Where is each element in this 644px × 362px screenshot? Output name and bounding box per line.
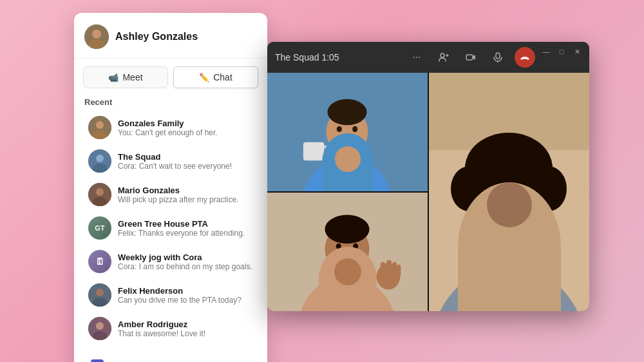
- user-name: Ashley Gonzales: [115, 31, 198, 43]
- recent-label: Recent: [74, 88, 267, 111]
- contact-info: Green Tree House PTA Felix: Thanks every…: [118, 219, 245, 238]
- video-grid: [267, 73, 589, 311]
- svg-point-64: [521, 186, 524, 189]
- contact-info: Felix Henderson Can you drive me to the …: [118, 286, 242, 305]
- svg-point-59: [480, 137, 538, 176]
- svg-point-65: [505, 233, 513, 241]
- svg-rect-35: [267, 193, 428, 311]
- svg-point-66: [480, 195, 496, 205]
- svg-rect-46: [392, 262, 397, 276]
- avatar: [88, 183, 111, 206]
- svg-point-41: [336, 243, 341, 249]
- contact-info: Gonzales Family You: Can't get enough of…: [118, 119, 218, 137]
- microphone-button[interactable]: [488, 47, 508, 68]
- svg-rect-44: [386, 260, 392, 278]
- user-avatar: [84, 24, 109, 49]
- titlebar-controls: ···: [406, 47, 582, 68]
- svg-rect-47: [397, 265, 401, 276]
- svg-point-61: [492, 184, 501, 194]
- svg-rect-37: [339, 257, 355, 275]
- svg-point-30: [328, 99, 367, 126]
- maximize-button[interactable]: □: [557, 47, 566, 56]
- video-cell-top-left: [267, 73, 428, 191]
- avatar: [88, 283, 111, 307]
- meet-icon: 📹: [108, 73, 118, 82]
- avatar: [88, 317, 111, 340]
- contact-list: Gonzales Family You: Can't get enough of…: [74, 111, 267, 345]
- minimize-button[interactable]: —: [542, 47, 551, 56]
- avatar: [88, 116, 111, 139]
- open-teams-button[interactable]: T Open Microsoft Teams: [84, 353, 199, 362]
- svg-point-42: [353, 243, 358, 249]
- list-item[interactable]: Mario Gonzales Will pick up pizza after …: [78, 178, 263, 211]
- svg-point-40: [336, 255, 359, 265]
- svg-point-34: [352, 126, 357, 132]
- svg-point-20: [440, 53, 444, 57]
- svg-point-39: [325, 215, 369, 244]
- avatar: GT: [88, 216, 111, 240]
- svg-rect-23: [466, 55, 473, 60]
- svg-point-10: [96, 188, 104, 196]
- teams-logo-icon: T: [91, 359, 104, 362]
- video-cell-large-right: [429, 73, 589, 311]
- list-item[interactable]: Amber Rodriguez That is awesome! Love it…: [78, 312, 263, 345]
- svg-point-1: [92, 30, 101, 39]
- avatar: 🗓: [88, 250, 111, 273]
- meet-tab[interactable]: 📹 Meet: [83, 66, 168, 88]
- svg-point-60: [497, 200, 520, 213]
- video-toggle-button[interactable]: [460, 47, 481, 68]
- avatar: [88, 149, 111, 173]
- close-button[interactable]: ✕: [573, 47, 582, 56]
- svg-point-51: [473, 240, 544, 279]
- svg-point-67: [522, 195, 537, 205]
- list-item[interactable]: Gonzales Family You: Can't get enough of…: [78, 111, 263, 144]
- video-titlebar: The Squad 1:05 ···: [267, 42, 589, 73]
- svg-point-62: [516, 184, 526, 194]
- svg-point-63: [497, 186, 500, 189]
- video-cell-bottom-left: [267, 193, 428, 311]
- contact-info: The Squad Cora: Can't wait to see everyo…: [118, 152, 232, 171]
- more-options-button[interactable]: ···: [406, 47, 427, 68]
- svg-point-33: [337, 126, 342, 132]
- contact-info: Weekly jog with Cora Cora: I am so behin…: [118, 252, 252, 271]
- list-item[interactable]: GT Green Tree House PTA Felix: Thanks ev…: [78, 211, 263, 245]
- chat-edit-icon: ✏️: [199, 73, 209, 82]
- chat-tab[interactable]: ✏️ Chat: [173, 66, 258, 88]
- svg-point-13: [96, 289, 104, 296]
- svg-rect-32: [303, 142, 325, 160]
- svg-point-16: [96, 322, 104, 330]
- chat-panel-header: Ashley Gonzales: [74, 13, 267, 59]
- svg-point-7: [96, 155, 104, 162]
- svg-rect-28: [338, 137, 356, 157]
- video-window: The Squad 1:05 ···: [267, 42, 589, 311]
- end-call-button[interactable]: [515, 47, 535, 68]
- list-item[interactable]: Felix Henderson Can you drive me to the …: [78, 278, 263, 312]
- list-item[interactable]: The Squad Cora: Can't wait to see everyo…: [78, 144, 263, 178]
- video-call-title: The Squad 1:05: [275, 52, 339, 62]
- svg-rect-45: [381, 262, 385, 278]
- contact-info: Amber Rodriguez That is awesome! Love it…: [118, 319, 205, 338]
- chat-panel: Ashley Gonzales 📹 Meet ✏️ Chat Recent Go…: [74, 13, 267, 362]
- list-item[interactable]: 🗓 Weekly jog with Cora Cora: I am so beh…: [78, 245, 263, 278]
- svg-rect-52: [498, 202, 520, 234]
- tab-row: 📹 Meet ✏️ Chat: [74, 59, 267, 88]
- svg-rect-24: [496, 53, 500, 59]
- add-people-button[interactable]: [433, 47, 454, 68]
- svg-point-4: [96, 121, 104, 129]
- contact-info: Mario Gonzales Will pick up pizza after …: [118, 186, 238, 204]
